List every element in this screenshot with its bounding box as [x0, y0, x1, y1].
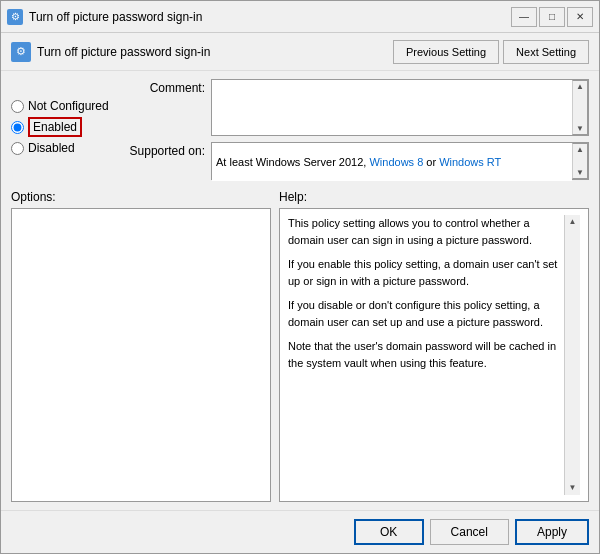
comment-row: Comment: ▲ ▼	[121, 79, 589, 136]
footer: OK Cancel Apply	[1, 510, 599, 553]
options-label: Options:	[11, 190, 271, 204]
bottom-section: Options: Help: This policy setting allow…	[11, 190, 589, 502]
cancel-button[interactable]: Cancel	[430, 519, 509, 545]
apply-button[interactable]: Apply	[515, 519, 589, 545]
radio-not-configured-input[interactable]	[11, 100, 24, 113]
window-title: Turn off picture password sign-in	[29, 10, 202, 24]
radio-enabled[interactable]: Enabled	[11, 117, 121, 137]
supported-scroll-down[interactable]: ▼	[576, 168, 584, 177]
help-p2: If you enable this policy setting, a dom…	[288, 256, 564, 289]
supported-value: At least Windows Server 2012, Windows 8 …	[212, 143, 572, 181]
radio-not-configured-label: Not Configured	[28, 99, 109, 113]
window-icon: ⚙	[7, 9, 23, 25]
options-box	[11, 208, 271, 502]
main-window: ⚙ Turn off picture password sign-in — □ …	[0, 0, 600, 554]
comment-textarea[interactable]	[212, 80, 572, 135]
ok-button[interactable]: OK	[354, 519, 424, 545]
supported-text: At least Windows Server 2012, Windows 8 …	[216, 156, 501, 168]
header-title: Turn off picture password sign-in	[37, 45, 387, 59]
radio-disabled[interactable]: Disabled	[11, 141, 121, 155]
radio-disabled-label: Disabled	[28, 141, 75, 155]
radio-enabled-label: Enabled	[33, 120, 77, 134]
radio-disabled-input[interactable]	[11, 142, 24, 155]
radio-group: Not Configured Enabled Disabled	[11, 79, 121, 180]
supported-link1: Windows 8	[369, 156, 423, 168]
help-scroll-down[interactable]: ▼	[569, 482, 577, 494]
radio-not-configured[interactable]: Not Configured	[11, 99, 121, 113]
help-scrollbar[interactable]: ▲ ▼	[564, 215, 580, 495]
top-section: Not Configured Enabled Disabled Comment	[11, 79, 589, 180]
supported-link2: Windows RT	[439, 156, 501, 168]
content-area: Not Configured Enabled Disabled Comment	[1, 71, 599, 510]
comment-scrollbar[interactable]: ▲ ▼	[572, 80, 588, 135]
header-bar: ⚙ Turn off picture password sign-in Prev…	[1, 33, 599, 71]
help-p4: Note that the user's domain password wil…	[288, 338, 564, 371]
radio-enabled-input[interactable]	[11, 121, 24, 134]
help-panel: Help: This policy setting allows you to …	[279, 190, 589, 502]
help-box: This policy setting allows you to contro…	[279, 208, 589, 502]
enabled-box: Enabled	[28, 117, 82, 137]
help-scroll-up[interactable]: ▲	[569, 216, 577, 228]
close-button[interactable]: ✕	[567, 7, 593, 27]
help-label: Help:	[279, 190, 589, 204]
title-controls: — □ ✕	[511, 7, 593, 27]
supported-label: Supported on:	[121, 142, 211, 158]
supported-row: Supported on: At least Windows Server 20…	[121, 142, 589, 180]
next-setting-button[interactable]: Next Setting	[503, 40, 589, 64]
minimize-button[interactable]: —	[511, 7, 537, 27]
comment-label: Comment:	[121, 79, 211, 95]
supported-scroll-up[interactable]: ▲	[576, 145, 584, 154]
maximize-button[interactable]: □	[539, 7, 565, 27]
previous-setting-button[interactable]: Previous Setting	[393, 40, 499, 64]
comment-scroll-up[interactable]: ▲	[576, 82, 584, 91]
title-bar-left: ⚙ Turn off picture password sign-in	[7, 9, 202, 25]
header-icon: ⚙	[11, 42, 31, 62]
help-text-area: This policy setting allows you to contro…	[288, 215, 564, 495]
comment-scroll-down[interactable]: ▼	[576, 124, 584, 133]
help-p1: This policy setting allows you to contro…	[288, 215, 564, 248]
options-panel: Options:	[11, 190, 271, 502]
help-p3: If you disable or don't configure this p…	[288, 297, 564, 330]
right-section: Comment: ▲ ▼ Supported on: At least	[121, 79, 589, 180]
supported-scrollbar[interactable]: ▲ ▼	[572, 143, 588, 179]
nav-buttons: Previous Setting Next Setting	[393, 40, 589, 64]
title-bar: ⚙ Turn off picture password sign-in — □ …	[1, 1, 599, 33]
